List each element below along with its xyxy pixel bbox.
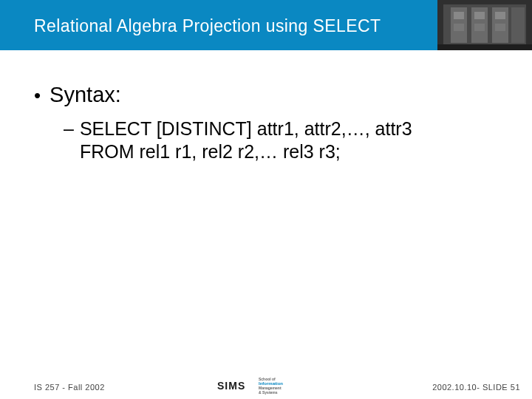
footer-date-slide: 2002.10.10- SLIDE 51 bbox=[432, 383, 520, 392]
svg-rect-11 bbox=[495, 24, 505, 31]
svg-rect-6 bbox=[454, 12, 464, 19]
svg-rect-10 bbox=[474, 24, 485, 31]
svg-rect-7 bbox=[474, 12, 485, 19]
footer-course: IS 257 - Fall 2002 bbox=[34, 383, 105, 392]
title-bar: Relational Algebra Projection using SELE… bbox=[0, 0, 532, 50]
title-bar-photo bbox=[437, 0, 532, 50]
sub-bullet-line1: SELECT [DISTINCT] attr1, attr2,…, attr3 bbox=[80, 118, 412, 139]
slide: Relational Algebra Projection using SELE… bbox=[0, 0, 532, 399]
svg-text:SIMS: SIMS bbox=[217, 380, 245, 392]
sub-bullet-text: SELECT [DISTINCT] attr1, attr2,…, attr3 … bbox=[80, 117, 412, 164]
sub-bullet-marker-icon: – bbox=[64, 118, 74, 140]
slide-title: Relational Algebra Projection using SELE… bbox=[34, 16, 381, 36]
slide-footer: IS 257 - Fall 2002 SIMS School of Inform… bbox=[0, 378, 532, 399]
slide-body: • Syntax: – SELECT [DISTINCT] attr1, att… bbox=[34, 83, 498, 164]
sims-logo-subtext: School of Information Management & Syste… bbox=[259, 378, 283, 395]
svg-rect-8 bbox=[495, 12, 505, 19]
bullet-item: • Syntax: bbox=[34, 83, 498, 107]
logo-line-systems: & Systems bbox=[259, 391, 283, 395]
svg-rect-5 bbox=[511, 7, 525, 43]
svg-rect-9 bbox=[454, 24, 464, 31]
footer-logo: SIMS School of Information Management & … bbox=[217, 378, 283, 395]
bullet-marker-icon: • bbox=[34, 86, 41, 105]
sims-logo-icon: SIMS bbox=[217, 380, 256, 392]
building-photo-icon bbox=[437, 0, 532, 50]
sub-bullet-line2: FROM rel1 r1, rel2 r2,… rel3 r3; bbox=[80, 141, 341, 162]
sub-bullet-item: – SELECT [DISTINCT] attr1, attr2,…, attr… bbox=[64, 117, 498, 164]
svg-rect-12 bbox=[437, 44, 532, 50]
bullet-text: Syntax: bbox=[50, 83, 121, 107]
